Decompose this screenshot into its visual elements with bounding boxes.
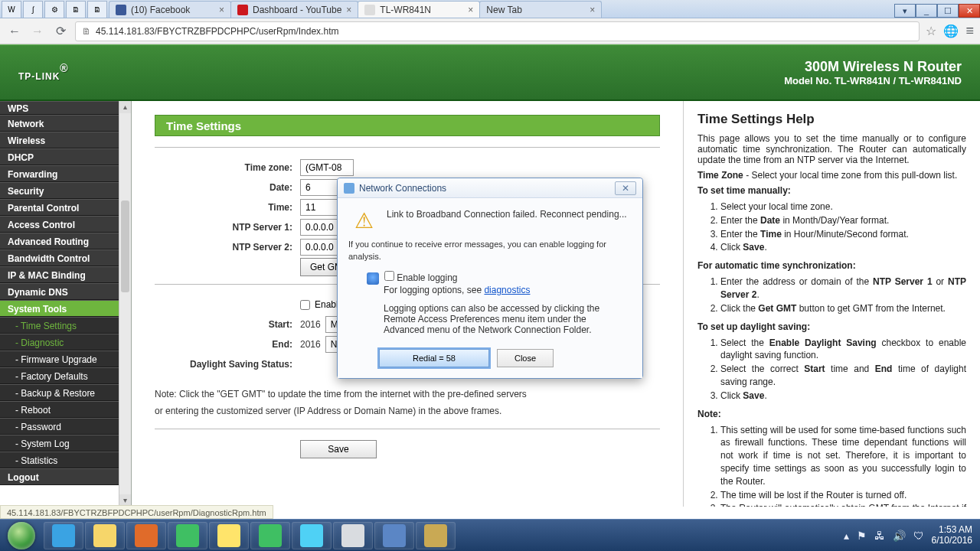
taskbar-app[interactable] (209, 522, 249, 549)
sidebar-item[interactable]: - Time Settings (0, 317, 119, 334)
sidebar-item[interactable]: Advanced Routing (0, 233, 119, 249)
sidebar-item[interactable]: - Diagnostic (0, 334, 119, 350)
tray-date: 6/10/2016 (932, 536, 972, 546)
bookmark-star-icon[interactable]: ☆ (926, 24, 936, 38)
mini-app-icon[interactable]: W (2, 1, 21, 18)
enable-logging-checkbox[interactable] (384, 271, 394, 281)
taskbar-app[interactable] (333, 522, 373, 549)
tray-flag-icon[interactable]: ⚑ (857, 530, 867, 542)
window-close-icon[interactable]: ✕ (959, 4, 980, 18)
windows-orb-icon (8, 522, 35, 549)
reload-icon[interactable]: ⟳ (52, 23, 69, 40)
label-ntp1: NTP Server 1: (155, 222, 292, 233)
scroll-up-icon[interactable]: ▴ (119, 101, 131, 113)
sidebar-item[interactable]: Access Control (0, 216, 119, 233)
window-maximize-icon[interactable]: ☐ (937, 4, 959, 18)
redial-button[interactable]: Redial = 58 (379, 349, 489, 367)
timezone-select[interactable] (300, 159, 354, 176)
help-title: Time Settings Help (697, 112, 966, 127)
page-info-icon[interactable]: 🗎 (82, 26, 91, 37)
address-bar[interactable]: 🗎 45.114.181.83/FBYCTRZBFPDCPHPC/userRpm… (75, 21, 920, 41)
ntp2-input[interactable] (300, 239, 341, 256)
dialog-close-btn[interactable]: Close (497, 349, 554, 367)
help-heading-auto: For automatic time synchronization: (697, 260, 966, 271)
mini-app-icon[interactable]: 🗎 (66, 1, 86, 18)
sidebar-item[interactable]: WPS (0, 101, 119, 115)
browser-tab-router[interactable]: TL-WR841N × (358, 1, 480, 18)
tray-network-icon[interactable]: 🖧 (874, 530, 885, 542)
tray-volume-icon[interactable]: 🔊 (893, 530, 906, 542)
windows-taskbar: ▴ ⚑ 🖧 🔊 🛡 1:53 AM 6/10/2016 (0, 519, 980, 551)
sidebar-item[interactable]: DHCP (0, 148, 119, 165)
sidebar-scrollbar[interactable]: ▴ ▾ (119, 101, 131, 507)
sidebar-item[interactable]: Bandwidth Control (0, 249, 119, 266)
ntp1-input[interactable] (300, 219, 341, 236)
close-icon[interactable]: × (468, 5, 473, 15)
taskbar-app[interactable] (292, 522, 332, 549)
sidebar-item[interactable]: - System Log (0, 435, 119, 452)
network-connections-dialog: Network Connections ✕ ⚠ Link to Broadban… (337, 178, 643, 379)
save-button[interactable]: Save (300, 440, 377, 458)
help-list-notes: This setting will be used for some time-… (720, 424, 966, 507)
sidebar-item[interactable]: - Backup & Restore (0, 384, 119, 401)
mini-app-icon[interactable]: 🗎 (87, 1, 107, 18)
page-icon (364, 5, 375, 15)
sidebar-item[interactable]: IP & MAC Binding (0, 266, 119, 283)
dialog-close-button[interactable]: ✕ (615, 181, 636, 195)
sidebar-item[interactable]: Network (0, 115, 119, 132)
dialog-titlebar[interactable]: Network Connections ✕ (338, 178, 642, 198)
tray-chevron-icon[interactable]: ▴ (844, 530, 849, 542)
taskbar-app[interactable] (85, 522, 125, 549)
sidebar-item[interactable]: - Statistics (0, 452, 119, 468)
sidebar-item[interactable]: Forwarding (0, 165, 119, 182)
label-start: Start: (155, 319, 292, 330)
label-date: Date: (155, 182, 292, 193)
note-text: Note: Click the "GET GMT" to update the … (155, 387, 660, 401)
taskbar-app[interactable] (44, 522, 83, 549)
diagnostics-link[interactable]: diagnostics (484, 285, 530, 295)
sidebar-item[interactable]: - Password (0, 418, 119, 435)
close-icon[interactable]: × (590, 5, 595, 15)
help-step: Enter the Date in Month/Day/Year format. (720, 214, 966, 227)
enable-daylight-checkbox[interactable] (300, 300, 310, 310)
sidebar-item[interactable]: - Firmware Upgrade (0, 350, 119, 367)
time-input[interactable] (300, 199, 341, 216)
date-input[interactable] (300, 179, 341, 196)
forward-icon[interactable]: → (29, 23, 46, 40)
sidebar-item[interactable]: - Reboot (0, 401, 119, 418)
help-step: Select the Enable Daylight Saving checkb… (720, 337, 966, 363)
youtube-icon (237, 5, 248, 15)
start-button[interactable] (0, 520, 43, 552)
sidebar-item[interactable]: Logout (0, 468, 119, 485)
close-icon[interactable]: × (219, 5, 224, 15)
taskbar-app[interactable] (250, 522, 290, 549)
app-icon (341, 524, 364, 547)
sidebar-item[interactable]: - Factory Defaults (0, 367, 119, 384)
app-icon (424, 524, 447, 547)
tray-shield-icon[interactable]: 🛡 (913, 530, 924, 542)
back-icon[interactable]: ← (6, 23, 23, 40)
sidebar-item[interactable]: Parental Control (0, 199, 119, 216)
scroll-thumb[interactable] (121, 201, 129, 292)
sidebar-item[interactable]: Wireless (0, 132, 119, 148)
mini-app-icon[interactable]: ⚙ (44, 1, 64, 18)
help-step: Click Save. (720, 241, 966, 254)
taskbar-app[interactable] (374, 522, 414, 549)
app-icon (135, 524, 158, 547)
browser-tab-facebook[interactable]: (10) Facebook × (109, 1, 231, 18)
taskbar-app[interactable] (126, 522, 166, 549)
globe-icon[interactable]: 🌐 (942, 23, 959, 40)
chrome-menu-icon[interactable]: ≡ (965, 23, 974, 39)
sidebar-item[interactable]: Dynamic DNS (0, 283, 119, 300)
taskbar-app[interactable] (168, 522, 207, 549)
tray-clock[interactable]: 1:53 AM 6/10/2016 (932, 525, 972, 546)
close-icon[interactable]: × (346, 5, 351, 15)
sidebar-item[interactable]: System Tools (0, 300, 119, 317)
browser-tab-youtube[interactable]: Dashboard - YouTube × (230, 1, 358, 18)
taskbar-app[interactable] (416, 522, 456, 549)
window-drop-icon[interactable]: ▾ (894, 4, 916, 18)
browser-tab-newtab[interactable]: New Tab × (479, 1, 602, 18)
mini-app-icon[interactable]: ∫ (23, 1, 43, 18)
window-minimize-icon[interactable]: _ (916, 4, 937, 18)
sidebar-item[interactable]: Security (0, 182, 119, 199)
